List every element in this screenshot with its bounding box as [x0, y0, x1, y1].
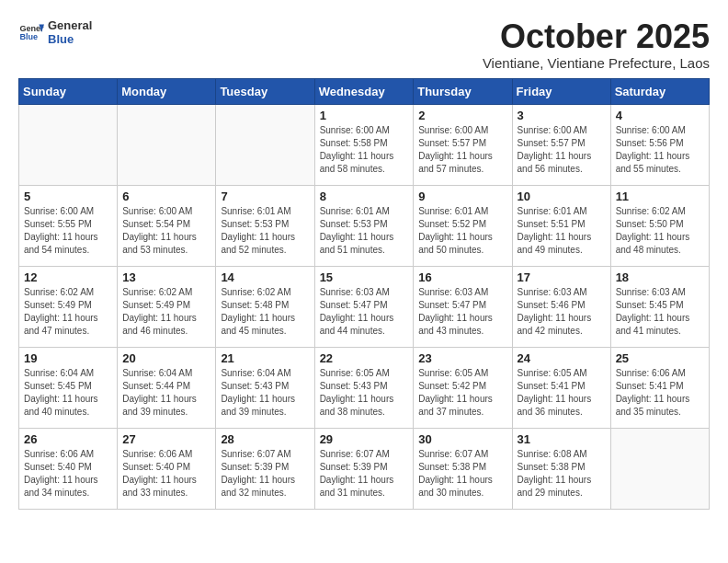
col-header-saturday: Saturday: [610, 78, 709, 104]
day-number: 25: [616, 351, 704, 365]
day-info: Sunrise: 6:04 AM Sunset: 5:44 PM Dayligh…: [122, 367, 210, 419]
calendar-cell: [118, 104, 216, 185]
calendar-cell: 31Sunrise: 6:08 AM Sunset: 5:38 PM Dayli…: [512, 428, 610, 509]
calendar-cell: 21Sunrise: 6:04 AM Sunset: 5:43 PM Dayli…: [216, 347, 314, 428]
day-number: 24: [518, 351, 606, 365]
day-info: Sunrise: 6:03 AM Sunset: 5:45 PM Dayligh…: [616, 286, 704, 338]
col-header-sunday: Sunday: [19, 78, 118, 104]
day-info: Sunrise: 6:02 AM Sunset: 5:50 PM Dayligh…: [616, 205, 704, 257]
day-info: Sunrise: 6:07 AM Sunset: 5:39 PM Dayligh…: [320, 448, 409, 500]
week-row-2: 5Sunrise: 6:00 AM Sunset: 5:55 PM Daylig…: [19, 185, 710, 266]
day-number: 8: [320, 190, 409, 203]
day-number: 14: [221, 270, 309, 284]
col-header-friday: Friday: [512, 78, 610, 104]
title-block: October 2025 Vientiane, Vientiane Prefec…: [483, 18, 710, 71]
day-number: 16: [418, 270, 506, 284]
day-info: Sunrise: 6:05 AM Sunset: 5:42 PM Dayligh…: [418, 367, 506, 419]
day-info: Sunrise: 6:00 AM Sunset: 5:58 PM Dayligh…: [320, 124, 409, 176]
calendar-cell: 5Sunrise: 6:00 AM Sunset: 5:55 PM Daylig…: [19, 185, 118, 266]
day-number: 4: [616, 109, 704, 122]
day-info: Sunrise: 6:03 AM Sunset: 5:47 PM Dayligh…: [320, 286, 409, 338]
day-info: Sunrise: 6:00 AM Sunset: 5:56 PM Dayligh…: [616, 124, 704, 176]
week-row-3: 12Sunrise: 6:02 AM Sunset: 5:49 PM Dayli…: [19, 266, 710, 347]
logo-general-text: General: [48, 18, 92, 32]
day-info: Sunrise: 6:06 AM Sunset: 5:40 PM Dayligh…: [122, 448, 210, 500]
day-info: Sunrise: 6:05 AM Sunset: 5:43 PM Dayligh…: [320, 367, 409, 419]
calendar-cell: 30Sunrise: 6:07 AM Sunset: 5:38 PM Dayli…: [414, 428, 512, 509]
calendar-cell: 15Sunrise: 6:03 AM Sunset: 5:47 PM Dayli…: [314, 266, 414, 347]
day-info: Sunrise: 6:01 AM Sunset: 5:51 PM Dayligh…: [518, 205, 606, 257]
day-number: 20: [122, 351, 210, 365]
logo: General Blue General Blue: [18, 18, 92, 46]
calendar-cell: 7Sunrise: 6:01 AM Sunset: 5:53 PM Daylig…: [216, 185, 314, 266]
location: Vientiane, Vientiane Prefecture, Laos: [483, 55, 710, 71]
calendar-cell: 9Sunrise: 6:01 AM Sunset: 5:52 PM Daylig…: [414, 185, 512, 266]
week-row-1: 1Sunrise: 6:00 AM Sunset: 5:58 PM Daylig…: [19, 104, 710, 185]
calendar-cell: 17Sunrise: 6:03 AM Sunset: 5:46 PM Dayli…: [512, 266, 610, 347]
day-number: 1: [320, 109, 409, 122]
day-info: Sunrise: 6:04 AM Sunset: 5:43 PM Dayligh…: [221, 367, 309, 419]
day-info: Sunrise: 6:03 AM Sunset: 5:46 PM Dayligh…: [518, 286, 606, 338]
day-number: 26: [24, 432, 112, 446]
calendar-cell: 25Sunrise: 6:06 AM Sunset: 5:41 PM Dayli…: [610, 347, 709, 428]
day-number: 31: [518, 432, 606, 446]
calendar-cell: 27Sunrise: 6:06 AM Sunset: 5:40 PM Dayli…: [118, 428, 216, 509]
day-number: 7: [221, 190, 309, 203]
day-number: 2: [418, 109, 506, 122]
calendar-header-row: SundayMondayTuesdayWednesdayThursdayFrid…: [19, 78, 710, 104]
day-number: 21: [221, 351, 309, 365]
calendar-cell: [216, 104, 314, 185]
month-title: October 2025: [483, 18, 710, 55]
day-info: Sunrise: 6:03 AM Sunset: 5:47 PM Dayligh…: [418, 286, 506, 338]
calendar-cell: 1Sunrise: 6:00 AM Sunset: 5:58 PM Daylig…: [314, 104, 414, 185]
calendar-cell: 16Sunrise: 6:03 AM Sunset: 5:47 PM Dayli…: [414, 266, 512, 347]
day-number: 15: [320, 270, 409, 284]
logo-blue-text: Blue: [48, 32, 92, 46]
day-number: 10: [518, 190, 606, 203]
day-info: Sunrise: 6:02 AM Sunset: 5:48 PM Dayligh…: [221, 286, 309, 338]
calendar-cell: 19Sunrise: 6:04 AM Sunset: 5:45 PM Dayli…: [19, 347, 118, 428]
col-header-thursday: Thursday: [414, 78, 512, 104]
week-row-5: 26Sunrise: 6:06 AM Sunset: 5:40 PM Dayli…: [19, 428, 710, 509]
day-info: Sunrise: 6:00 AM Sunset: 5:55 PM Dayligh…: [24, 205, 112, 257]
calendar-cell: 12Sunrise: 6:02 AM Sunset: 5:49 PM Dayli…: [19, 266, 118, 347]
week-row-4: 19Sunrise: 6:04 AM Sunset: 5:45 PM Dayli…: [19, 347, 710, 428]
day-info: Sunrise: 6:02 AM Sunset: 5:49 PM Dayligh…: [122, 286, 210, 338]
calendar-cell: 18Sunrise: 6:03 AM Sunset: 5:45 PM Dayli…: [610, 266, 709, 347]
day-info: Sunrise: 6:00 AM Sunset: 5:54 PM Dayligh…: [122, 205, 210, 257]
day-number: 30: [418, 432, 506, 446]
day-info: Sunrise: 6:05 AM Sunset: 5:41 PM Dayligh…: [518, 367, 606, 419]
calendar-cell: 29Sunrise: 6:07 AM Sunset: 5:39 PM Dayli…: [314, 428, 414, 509]
col-header-wednesday: Wednesday: [314, 78, 414, 104]
day-number: 12: [24, 270, 112, 284]
calendar-cell: 3Sunrise: 6:00 AM Sunset: 5:57 PM Daylig…: [512, 104, 610, 185]
calendar-cell: 11Sunrise: 6:02 AM Sunset: 5:50 PM Dayli…: [610, 185, 709, 266]
calendar-cell: 24Sunrise: 6:05 AM Sunset: 5:41 PM Dayli…: [512, 347, 610, 428]
day-info: Sunrise: 6:06 AM Sunset: 5:40 PM Dayligh…: [24, 448, 112, 500]
day-info: Sunrise: 6:01 AM Sunset: 5:53 PM Dayligh…: [221, 205, 309, 257]
day-number: 9: [418, 190, 506, 203]
day-info: Sunrise: 6:02 AM Sunset: 5:49 PM Dayligh…: [24, 286, 112, 338]
day-number: 11: [616, 190, 704, 203]
day-info: Sunrise: 6:06 AM Sunset: 5:41 PM Dayligh…: [616, 367, 704, 419]
calendar-cell: 8Sunrise: 6:01 AM Sunset: 5:53 PM Daylig…: [314, 185, 414, 266]
day-info: Sunrise: 6:08 AM Sunset: 5:38 PM Dayligh…: [518, 448, 606, 500]
day-number: 19: [24, 351, 112, 365]
calendar-cell: 22Sunrise: 6:05 AM Sunset: 5:43 PM Dayli…: [314, 347, 414, 428]
calendar-cell: 13Sunrise: 6:02 AM Sunset: 5:49 PM Dayli…: [118, 266, 216, 347]
day-number: 5: [24, 190, 112, 203]
calendar-cell: 26Sunrise: 6:06 AM Sunset: 5:40 PM Dayli…: [19, 428, 118, 509]
day-info: Sunrise: 6:07 AM Sunset: 5:38 PM Dayligh…: [418, 448, 506, 500]
day-number: 27: [122, 432, 210, 446]
day-info: Sunrise: 6:04 AM Sunset: 5:45 PM Dayligh…: [24, 367, 112, 419]
svg-text:Blue: Blue: [19, 32, 38, 41]
calendar-cell: [19, 104, 118, 185]
day-number: 18: [616, 270, 704, 284]
day-number: 28: [221, 432, 309, 446]
calendar-cell: 20Sunrise: 6:04 AM Sunset: 5:44 PM Dayli…: [118, 347, 216, 428]
day-number: 23: [418, 351, 506, 365]
day-info: Sunrise: 6:00 AM Sunset: 5:57 PM Dayligh…: [518, 124, 606, 176]
logo-icon: General Blue: [18, 19, 44, 45]
day-number: 22: [320, 351, 409, 365]
day-number: 17: [518, 270, 606, 284]
